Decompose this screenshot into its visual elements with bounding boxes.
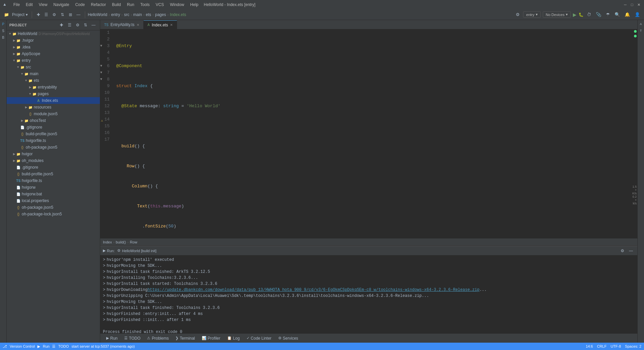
bottom-tab-services[interactable]: ⚙ Services: [275, 334, 302, 343]
tree-action-5[interactable]: —: [90, 21, 97, 29]
breadcrumb-ets[interactable]: ets: [146, 12, 151, 17]
breadcrumb-src[interactable]: src: [124, 12, 129, 17]
tree-indexets[interactable]: A Index.ets: [7, 97, 100, 104]
tree-action-3[interactable]: ⚙: [74, 21, 81, 29]
tree-hvigorw[interactable]: 📄 hvigorw: [7, 184, 100, 191]
bookmarks-activity-icon[interactable]: B: [1, 35, 6, 40]
menu-navigate[interactable]: Navigate: [51, 2, 72, 8]
breadcrumb-helloworld[interactable]: HelloWorld: [88, 12, 107, 17]
tree-buildprofile-entry[interactable]: {} build-profile.json5: [7, 131, 100, 137]
entry-selector[interactable]: entry ▾: [523, 11, 540, 18]
menu-bar[interactable]: File Edit View Navigate Code Refactor Bu…: [11, 2, 201, 8]
bottom-tab-codelinter[interactable]: ✓ Code Linter: [243, 334, 275, 343]
tree-idea[interactable]: ▶ 📁 .idea: [7, 44, 100, 50]
tab-close-indexets[interactable]: ✕: [170, 23, 173, 27]
bottom-tab-todo[interactable]: ☰ TODO: [121, 334, 144, 343]
tree-ohpackage-root[interactable]: {} oh-package.json5: [7, 204, 100, 211]
tree-entry[interactable]: ▼ 📁 entry: [7, 57, 100, 64]
tree-pages[interactable]: ▼ 📁 pages: [7, 91, 100, 97]
tree-hvigor-root[interactable]: ▶ 📁 hvigor: [7, 151, 100, 157]
breadcrumb-row[interactable]: Row: [130, 240, 137, 244]
toolbar-sort-btn[interactable]: ⇅: [59, 11, 66, 18]
tree-appscope[interactable]: ▶ 📁 AppScope: [7, 50, 100, 57]
bottom-tab-profiler[interactable]: 📊 Profiler: [198, 334, 224, 343]
menu-help[interactable]: Help: [187, 2, 201, 8]
bottom-tab-problems[interactable]: ⚠ Problems: [144, 334, 172, 343]
code-content[interactable]: @Entry @Component struct Index { @State …: [114, 29, 633, 238]
coverage-button[interactable]: ☂: [605, 11, 611, 18]
menu-run[interactable]: Run: [124, 2, 137, 8]
breadcrumb-main[interactable]: main: [133, 12, 142, 17]
profile-button[interactable]: ⏱: [586, 11, 593, 18]
tree-ohmodules[interactable]: ▶ 📁 oh_modules: [7, 157, 100, 164]
settings-icon[interactable]: ⚙: [514, 11, 521, 18]
tree-ets[interactable]: ▼ 📁 ets: [7, 77, 100, 84]
download-link[interactable]: https://update.dbankcdn.com/download/dat…: [148, 287, 480, 293]
tree-hvigorfile-root[interactable]: TS hvigorfile.ts: [7, 177, 100, 184]
menu-file[interactable]: File: [11, 2, 22, 8]
account-button[interactable]: 👤: [633, 11, 641, 18]
tree-localprops[interactable]: 📄 local.properties: [7, 197, 100, 204]
bottom-tab-run[interactable]: ▶ Run: [103, 334, 121, 343]
breadcrumb-entry[interactable]: entry: [111, 12, 120, 17]
fold-indicator-3[interactable]: ▼: [100, 43, 102, 49]
notification-button[interactable]: 🔔: [623, 11, 631, 18]
breadcrumb-indexets[interactable]: Index.ets: [170, 12, 186, 17]
tree-hvigorw-bat[interactable]: 📄 hvigorw.bat: [7, 191, 100, 197]
tree-ohpackagelock[interactable]: {} oh-package-lock.json5: [7, 211, 100, 217]
attach-button[interactable]: 📎: [595, 11, 603, 18]
run-button[interactable]: ▶: [573, 12, 577, 17]
tab-entryability[interactable]: TS EntryAbility.ts ✕: [100, 20, 144, 29]
tab-indexets[interactable]: A Index.ets ✕: [144, 20, 177, 29]
menu-edit[interactable]: Edit: [23, 2, 35, 8]
right-icon-1[interactable]: A: [638, 21, 644, 27]
structure-activity-icon[interactable]: S: [1, 28, 6, 33]
project-activity-icon[interactable]: P: [1, 21, 6, 27]
file-tree-actions[interactable]: ✚ ☰ ⚙ ⇅ —: [58, 21, 97, 29]
panel-close-btn[interactable]: —: [627, 247, 635, 254]
project-label[interactable]: Project ▾: [11, 12, 29, 17]
tree-helloworld[interactable]: ▼ 📁 HelloWorld D:\HarmonyOS\Project\Hell…: [7, 30, 100, 37]
tree-modulejson[interactable]: {} module.json5: [7, 111, 100, 117]
build-label[interactable]: ⚙ HelloWorld [build init]: [117, 248, 156, 253]
version-control-label[interactable]: Version Control: [10, 344, 35, 348]
tree-entryability[interactable]: ▶ 📁 entryability: [7, 84, 100, 91]
menu-view[interactable]: View: [36, 2, 50, 8]
title-bar-controls[interactable]: ─ □ ✕: [623, 2, 641, 7]
menu-build[interactable]: Build: [109, 2, 124, 8]
tree-gitignore-root[interactable]: 📄 .gitignore: [7, 164, 100, 171]
toolbar-gear-btn[interactable]: ⚙: [51, 11, 58, 18]
debug-button[interactable]: 🐛: [579, 12, 584, 17]
tree-hvigor[interactable]: ▶ 📁 .hvigor: [7, 37, 100, 44]
run-status-label[interactable]: Run: [43, 344, 49, 348]
bottom-tab-log[interactable]: 📋 Log: [224, 334, 243, 343]
panel-settings-btn[interactable]: ⚙: [619, 247, 626, 254]
toolbar-add-btn[interactable]: ✚: [35, 11, 42, 18]
menu-window[interactable]: Window: [167, 2, 187, 8]
toolbar-expand-btn[interactable]: ⊞: [67, 11, 74, 18]
menu-vcs[interactable]: VCS: [153, 2, 167, 8]
fold-indicator-6[interactable]: ▼: [100, 63, 102, 69]
menu-code[interactable]: Code: [72, 2, 88, 8]
breadcrumb-index[interactable]: Index: [103, 240, 112, 244]
fold-indicator-7[interactable]: ▼: [100, 69, 102, 76]
tree-action-1[interactable]: ✚: [58, 21, 65, 29]
menu-refactor[interactable]: Refactor: [88, 2, 109, 8]
tree-main[interactable]: ▼ 📁 main: [7, 70, 100, 77]
close-button[interactable]: ✕: [636, 2, 641, 7]
toolbar-sync-btn[interactable]: ☰: [43, 11, 50, 18]
device-selector[interactable]: No Devices ▾: [543, 11, 571, 18]
minimize-button[interactable]: ─: [623, 2, 628, 7]
bottom-tab-terminal[interactable]: ❯ Terminal: [172, 334, 198, 343]
right-icon-2[interactable]: T: [638, 28, 644, 33]
fold-indicator-8[interactable]: ▼: [100, 76, 102, 83]
search-button[interactable]: 🔍: [613, 11, 621, 18]
tab-close-entryability[interactable]: ✕: [137, 23, 139, 27]
tree-src[interactable]: ▼ 📁 src: [7, 64, 100, 70]
menu-tools[interactable]: Tools: [138, 2, 152, 8]
tree-buildprofile-root[interactable]: {} build-profile.json5: [7, 171, 100, 177]
tree-ohpackage-entry[interactable]: {} oh-package.json5: [7, 144, 100, 151]
breadcrumb-pages[interactable]: pages: [155, 12, 166, 17]
maximize-button[interactable]: □: [629, 2, 635, 7]
toolbar-collapse-btn[interactable]: —: [75, 11, 82, 18]
